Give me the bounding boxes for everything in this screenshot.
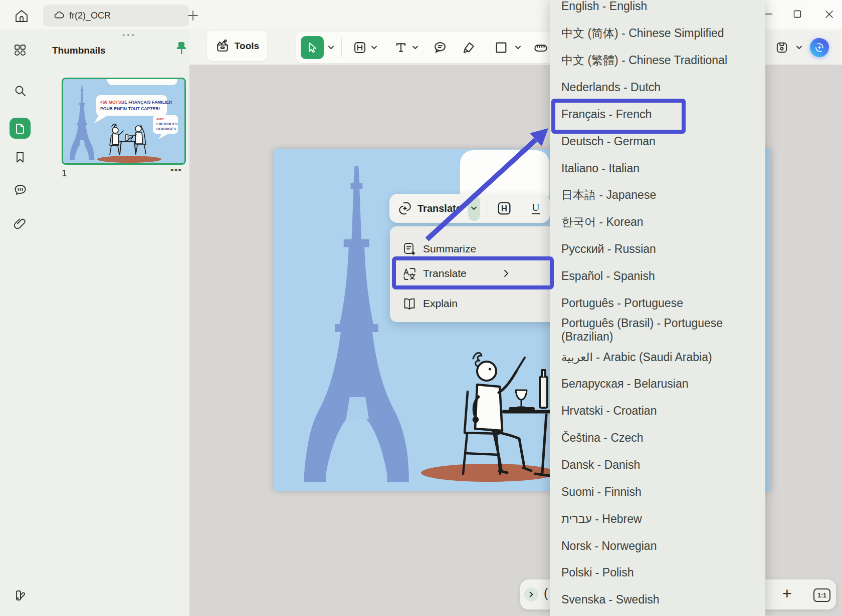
thumbnails-panel-button[interactable] — [10, 118, 31, 139]
save-group — [767, 31, 838, 64]
app-launcher-button[interactable] — [14, 44, 27, 57]
panel-drag-handle[interactable]: ••• — [114, 31, 144, 39]
cursor-icon — [306, 41, 319, 54]
language-option[interactable]: Deutsch - German — [561, 128, 765, 155]
menu-item-explain[interactable]: Explain — [390, 291, 571, 316]
chevron-right-icon — [528, 591, 534, 598]
ftb-divider — [488, 200, 488, 217]
language-option[interactable]: Беларуская - Belarusian — [561, 371, 765, 398]
svg-text:EXERCICES: EXERCICES — [156, 122, 178, 126]
heading-tool-dropdown[interactable] — [371, 45, 377, 50]
ai-translate-label[interactable]: Translate — [417, 203, 462, 214]
save-dropdown[interactable] — [796, 45, 802, 50]
expand-bar-button[interactable] — [524, 587, 538, 601]
tools-button[interactable]: Tools — [207, 31, 267, 61]
ai-translate-dropdown[interactable] — [468, 196, 480, 221]
zoom-in-button[interactable]: + — [782, 584, 792, 603]
language-option[interactable]: English - English — [561, 0, 765, 20]
language-option[interactable]: 中文 (繁體) - Chinese Traditional — [561, 47, 765, 74]
svg-text:POUR ENFIN TOUT CAPTER!: POUR ENFIN TOUT CAPTER! — [100, 106, 160, 111]
explain-icon — [402, 296, 417, 311]
toolbar-divider — [341, 39, 342, 57]
language-option[interactable]: Norsk - Norwegian — [561, 532, 765, 559]
language-option[interactable]: Hrvatski - Croatian — [561, 398, 765, 425]
language-option[interactable]: Svenska - Swedish — [561, 586, 765, 613]
language-option[interactable]: Polski - Polish — [561, 559, 765, 586]
language-option[interactable]: Français - French — [561, 101, 765, 128]
attachments-button[interactable] — [14, 217, 27, 230]
select-tool-dropdown[interactable] — [328, 45, 334, 50]
language-option[interactable]: Português (Brasil) - Portuguese (Brazili… — [561, 317, 765, 344]
ai-floating-toolbar: Translate H U — [389, 194, 550, 223]
language-option[interactable]: Suomi - Finnish — [561, 478, 765, 505]
menu-item-summarize[interactable]: Summarize — [390, 236, 571, 261]
bookmarks-button[interactable] — [14, 151, 27, 164]
highlighter-tool-button[interactable] — [462, 41, 476, 55]
language-option[interactable]: 日本語 - Japanese — [561, 182, 765, 209]
thumbnails-header: Thumbnails — [52, 45, 106, 56]
thumbnail-page-number: 1 — [62, 168, 67, 179]
shape-tool-dropdown[interactable] — [515, 45, 521, 50]
language-option[interactable]: 中文 (简体) - Chinese Simplified — [561, 20, 765, 47]
pdf-editor-window: fr(2)_OCR — [0, 0, 842, 616]
svg-text:DE FRANÇAIS FAMILIER: DE FRANÇAIS FAMILIER — [121, 100, 172, 105]
ai-assistant-button[interactable] — [810, 38, 829, 57]
save-button[interactable] — [775, 41, 788, 54]
comments-button[interactable] — [14, 183, 27, 196]
svg-text:H: H — [501, 204, 507, 213]
thumbnail-more-button[interactable]: ••• — [170, 165, 182, 176]
search-button[interactable] — [14, 84, 27, 97]
comment-tool-button[interactable] — [433, 41, 447, 55]
language-option[interactable]: Русский - Russian — [561, 236, 765, 263]
svg-text:CORRIGÉS: CORRIGÉS — [156, 127, 176, 131]
plus-icon — [188, 11, 197, 20]
grid-icon — [15, 45, 25, 55]
language-option[interactable]: Dansk - Danish — [561, 452, 765, 479]
text-tool-dropdown[interactable] — [412, 45, 418, 50]
pin-panel-button[interactable] — [175, 42, 187, 56]
tools-label: Tools — [235, 41, 259, 52]
thumbnails-panel: ••• Thumbnails 450 MOTS DE FRANÇAIS FAMI… — [39, 30, 190, 616]
home-icon — [16, 11, 27, 22]
text-tool-button[interactable] — [394, 41, 408, 55]
maximize-button[interactable] — [786, 0, 809, 28]
heading-format-button[interactable]: H — [496, 200, 512, 216]
language-option[interactable]: Nederlands - Dutch — [561, 74, 765, 101]
ai-logo-icon — [813, 41, 826, 54]
toolbox-icon — [218, 40, 228, 51]
cloud-icon — [53, 10, 64, 21]
search-icon — [16, 87, 26, 96]
shape-tool-button[interactable] — [494, 41, 508, 55]
language-option[interactable]: עברית - Hebrew — [561, 505, 765, 532]
heading-icon — [355, 43, 365, 53]
language-option[interactable]: Italiano - Italian — [561, 155, 765, 182]
select-tool-button[interactable] — [301, 36, 324, 59]
underline-format-button[interactable]: U — [528, 200, 543, 216]
document-tab[interactable]: fr(2)_OCR — [43, 5, 189, 27]
actual-size-button[interactable]: 1:1 — [813, 588, 830, 602]
square-icon — [497, 43, 506, 53]
close-icon — [825, 10, 833, 19]
submenu-chevron-icon — [502, 269, 510, 278]
ai-sparkle-icon — [397, 200, 413, 216]
heading-tool-button[interactable] — [353, 41, 367, 55]
translate-language-menu: English - English 中文 (简体) - Chinese Simp… — [550, 0, 765, 616]
page-thumbnail[interactable]: 450 MOTS DE FRANÇAIS FAMILIER POUR ENFIN… — [62, 78, 186, 165]
language-option[interactable]: 한국어 - Korean — [561, 209, 765, 236]
home-button[interactable] — [14, 8, 30, 24]
measure-tool-button[interactable] — [534, 41, 548, 55]
tab-title: fr(2)_OCR — [69, 11, 111, 21]
bookmark-icon — [17, 153, 23, 162]
language-option[interactable]: Español - Spanish — [561, 263, 765, 290]
menu-item-translate[interactable]: Translate — [390, 261, 571, 286]
minimize-icon — [765, 10, 773, 18]
new-tab-button[interactable] — [186, 9, 199, 22]
language-option[interactable]: العربية - Arabic (Saudi Arabia) — [561, 344, 765, 371]
language-option[interactable]: Português - Portuguese — [561, 289, 765, 317]
appearance-button[interactable] — [14, 588, 27, 601]
swatches-icon — [17, 591, 25, 600]
svg-text:450 MOTS: 450 MOTS — [100, 100, 121, 105]
page-indicator-bracket: ( — [544, 586, 548, 600]
close-button[interactable] — [817, 0, 840, 28]
language-option[interactable]: Čeština - Czech — [561, 425, 765, 452]
